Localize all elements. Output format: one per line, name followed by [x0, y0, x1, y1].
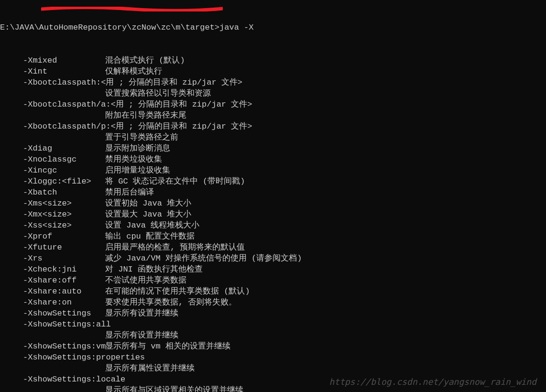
option-row: -Xprof输出 cpu 配置文件数据: [0, 231, 546, 242]
option-row: -Xcheck:jni对 JNI 函数执行其他检查: [0, 264, 546, 275]
option-desc: 禁用类垃圾收集: [105, 154, 162, 165]
option-desc: 减少 Java/VM 对操作系统信号的使用 (请参阅文档): [105, 253, 302, 264]
option-flag: -Xdiag: [23, 143, 105, 154]
option-row: -Xshare:auto在可能的情况下使用共享类数据 (默认): [0, 286, 546, 297]
option-cont: 附加在引导类路径末尾: [0, 110, 546, 121]
option-cont: 显示所有属性设置并继续: [0, 363, 546, 374]
option-flag: -Xloggc:<file>: [23, 176, 105, 187]
option-flag: -Xmixed: [23, 55, 105, 66]
option-row: -Xshare:on要求使用共享类数据, 否则将失败。: [0, 297, 546, 308]
option-row: -Xloggc:<file>将 GC 状态记录在文件中 (带时间戳): [0, 176, 546, 187]
option-row: -XshowSettings:vm显示所有与 vm 相关的设置并继续: [0, 341, 546, 352]
terminal-output: E:\JAVA\AutoHomeRepository\zcNow\zc\m\ta…: [0, 0, 546, 392]
option-row: -Xss<size>设置 Java 线程堆栈大小: [0, 220, 546, 231]
option-flag: -Xbootclasspath:: [23, 78, 101, 87]
option-row: -Xincgc启用增量垃圾收集: [0, 165, 546, 176]
command-prompt-line: E:\JAVA\AutoHomeRepository\zcNow\zc\m\ta…: [0, 22, 546, 33]
option-cont: 显示所有设置并继续: [0, 330, 546, 341]
option-desc: 设置 Java 线程堆栈大小: [105, 220, 199, 231]
option-row: -Xshare:off不尝试使用共享类数据: [0, 275, 546, 286]
option-row: -XshowSettings:all: [0, 319, 546, 330]
option-desc: 不尝试使用共享类数据: [105, 275, 186, 286]
option-row: -XshowSettings:properties: [0, 352, 546, 363]
option-cont: 置于引导类路径之前: [0, 132, 546, 143]
option-desc: 显示所有设置并继续: [105, 308, 178, 319]
option-arg: <用 ; 分隔的目录和 zip/jar 文件>: [101, 78, 242, 87]
option-flag: -Xss<size>: [23, 220, 105, 231]
option-desc: 启用增量垃圾收集: [105, 165, 170, 176]
option-desc: 显示所有与 vm 相关的设置并继续: [105, 341, 230, 352]
option-flag: -Xshare:on: [23, 297, 105, 308]
option-row: -Xfuture启用最严格的检查, 预期将来的默认值: [0, 242, 546, 253]
option-desc: 要求使用共享类数据, 否则将失败。: [105, 297, 237, 308]
option-row: -Xmixed混合模式执行 (默认): [0, 55, 546, 66]
option-flag: -Xshare:auto: [23, 286, 105, 297]
option-flag: -Xint: [23, 66, 105, 77]
option-flag: -Xincgc: [23, 165, 105, 176]
option-flag: -XshowSettings:vm: [23, 341, 105, 352]
option-row: -Xdiag显示附加诊断消息: [0, 143, 546, 154]
option-flag: -Xms<size>: [23, 198, 105, 209]
option-desc: 禁用后台编译: [105, 187, 154, 198]
option-desc: 启用最严格的检查, 预期将来的默认值: [105, 242, 245, 253]
option-desc: 仅解释模式执行: [105, 66, 162, 77]
option-flag: -XshowSettings: [23, 308, 105, 319]
option-desc: 在可能的情况下使用共享类数据 (默认): [105, 286, 250, 297]
option-desc: 混合模式执行 (默认): [105, 55, 185, 66]
option-desc: 对 JNI 函数执行其他检查: [105, 264, 203, 275]
option-row: -Xbatch禁用后台编译: [0, 187, 546, 198]
option-desc: 设置最大 Java 堆大小: [105, 209, 191, 220]
option-row: -Xbootclasspath:<用 ; 分隔的目录和 zip/jar 文件>: [0, 77, 546, 88]
option-desc: 显示附加诊断消息: [105, 143, 170, 154]
option-arg: <用 ; 分隔的目录和 zip/jar 文件>: [111, 100, 252, 109]
option-row: -Xmx<size>设置最大 Java 堆大小: [0, 209, 546, 220]
option-flag: -Xprof: [23, 231, 105, 242]
option-flag: -Xbatch: [23, 187, 105, 198]
option-flag: -Xfuture: [23, 242, 105, 253]
option-row: -Xbootclasspath/p:<用 ; 分隔的目录和 zip/jar 文件…: [0, 121, 546, 132]
option-arg: <用 ; 分隔的目录和 zip/jar 文件>: [111, 122, 252, 131]
option-desc: 输出 cpu 配置文件数据: [105, 231, 195, 242]
option-flag: -Xcheck:jni: [23, 264, 105, 275]
watermark-text: https://blog.csdn.net/yangsnow_rain_wind: [329, 376, 536, 387]
option-cont: 设置搜索路径以引导类和资源: [0, 88, 546, 99]
option-desc: 设置初始 Java 堆大小: [105, 198, 191, 209]
option-flag: -Xbootclasspath/p:: [23, 122, 111, 131]
option-flag: -Xbootclasspath/a:: [23, 100, 111, 109]
option-row: -Xint仅解释模式执行: [0, 66, 546, 77]
option-flag: -Xmx<size>: [23, 209, 105, 220]
option-row: -Xms<size>设置初始 Java 堆大小: [0, 198, 546, 209]
option-row: -Xnoclassgc禁用类垃圾收集: [0, 154, 546, 165]
option-row: -Xbootclasspath/a:<用 ; 分隔的目录和 zip/jar 文件…: [0, 99, 546, 110]
option-row: -XshowSettings显示所有设置并继续: [0, 308, 546, 319]
option-desc: 将 GC 状态记录在文件中 (带时间戳): [105, 176, 245, 187]
option-flag: -Xnoclassgc: [23, 154, 105, 165]
option-flag: -Xshare:off: [23, 275, 105, 286]
option-flag: -Xrs: [23, 253, 105, 264]
option-row: -Xrs减少 Java/VM 对操作系统信号的使用 (请参阅文档): [0, 253, 546, 264]
